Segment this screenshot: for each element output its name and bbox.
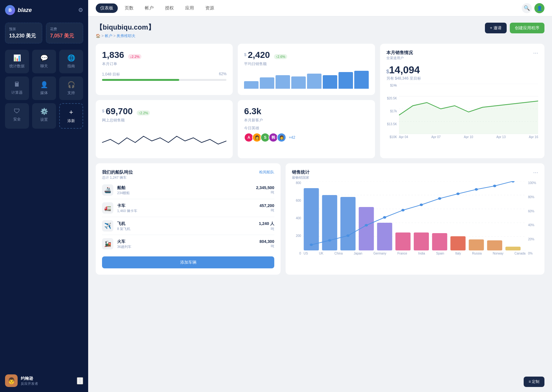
breadcrumb-account: 帐户 bbox=[105, 34, 112, 38]
new-customers-label: 本月新客户 bbox=[244, 118, 368, 123]
sales-chart-area: US UK China Japan Germany France India S… bbox=[303, 181, 526, 255]
svg-point-33 bbox=[475, 188, 478, 191]
sidebar-item-settings[interactable]: ⚙️ 设置 bbox=[32, 103, 56, 129]
monthly-chart-area: Apr 04 Apr 07 Apr 10 Apr 13 Apr 16 bbox=[399, 84, 538, 139]
customize-button[interactable]: ≡ 定制 bbox=[524, 377, 544, 387]
stats-icon: 📊 bbox=[13, 54, 21, 62]
monthly-sales-subtitle: 全渠道用户 bbox=[386, 56, 413, 60]
sidebar-item-add[interactable]: + 添新 bbox=[59, 103, 83, 129]
sidebar-item-media[interactable]: 👤 媒体 bbox=[32, 76, 56, 100]
breadcrumb: 🏠 > 帐户 > 奥弗维耶夫 bbox=[96, 33, 155, 39]
hero-avatars: A 👩 S 韩 👩 +42 bbox=[244, 133, 368, 142]
svg-point-35 bbox=[511, 181, 515, 182]
sales-y-axis-right: 100% 80% 60% 40% 20% 0% bbox=[526, 181, 538, 255]
svg-rect-17 bbox=[396, 232, 411, 250]
fleet-info-ship: 船舶 234艘船 bbox=[117, 185, 252, 195]
svg-point-34 bbox=[493, 185, 496, 187]
plane-unit: 吨 bbox=[259, 227, 274, 231]
sales-more-button[interactable]: ⋯ bbox=[533, 170, 538, 176]
new-customers-value: 6.3k bbox=[244, 106, 261, 116]
fleet-info-truck: 卡车 1,460 辆卡车 bbox=[117, 203, 256, 213]
svg-rect-23 bbox=[505, 247, 521, 250]
dashboard-grid: 1,836 ↓2.2% 本月订单 1,048 目标 62% $ bbox=[96, 44, 544, 158]
monthly-chart-svg bbox=[399, 84, 538, 134]
bar-7 bbox=[339, 72, 353, 89]
fleet-title: 我们的船队吨位 bbox=[102, 170, 133, 175]
media-label: 媒体 bbox=[40, 90, 48, 96]
daily-sales-stat: $ 2,420 ↑2.6% bbox=[244, 50, 368, 60]
total-currency-symbol: $ bbox=[102, 109, 104, 113]
tab-dashboard[interactable]: 仪表板 bbox=[96, 3, 118, 13]
support-icon: 🎧 bbox=[67, 81, 75, 88]
user-menu-button[interactable]: ⋮ bbox=[77, 377, 83, 384]
tab-apps[interactable]: 应用 bbox=[181, 3, 198, 13]
svg-rect-21 bbox=[469, 239, 484, 250]
fleet-card: 我们的船队吨位 总计 1,247 辆车 检阅船队 🚢 船舶 234艘船 2,34… bbox=[96, 163, 281, 275]
sidebar-item-chat[interactable]: 💬 聊天 bbox=[32, 50, 56, 73]
sidebar-item-stats[interactable]: 📊 统计数据 bbox=[5, 50, 29, 73]
ship-sub: 234艘船 bbox=[117, 191, 252, 195]
tab-auth[interactable]: 授权 bbox=[161, 3, 178, 13]
monthly-y-axis: $24k $20.5K $17k $13.5K $10K bbox=[386, 84, 399, 139]
ship-value-section: 2,345,500 吨 bbox=[256, 185, 274, 195]
sidebar-header: B blaze ⚙ bbox=[5, 5, 83, 15]
chat-icon: 💬 bbox=[40, 54, 48, 62]
currency-symbol: $ bbox=[244, 52, 246, 57]
ship-value: 2,345,500 bbox=[256, 185, 274, 190]
fleet-item-train: 🚂 火车 36趟列车 804,300 吨 bbox=[102, 235, 274, 253]
bottom-grid: 我们的船队吨位 总计 1,247 辆车 检阅船队 🚢 船舶 234艘船 2,34… bbox=[96, 163, 544, 275]
tab-pages[interactable]: 页数 bbox=[120, 3, 138, 13]
search-icon[interactable]: 🔍 bbox=[522, 3, 532, 13]
view-fleet-link[interactable]: 检阅船队 bbox=[259, 170, 274, 175]
fleet-item-plane: ✈️ 飞机 8 架飞机 1,240 人 吨 bbox=[102, 217, 274, 235]
security-icon: 🛡 bbox=[14, 108, 20, 115]
daily-sales-label: 平均日销售额 bbox=[244, 61, 368, 67]
train-name: 火车 bbox=[117, 239, 256, 244]
plane-name: 飞机 bbox=[117, 221, 255, 227]
train-icon: 🚂 bbox=[102, 238, 113, 249]
expense-card: 花费 7,057 美元 bbox=[46, 23, 83, 43]
add-vehicle-button[interactable]: 添加车辆 bbox=[102, 256, 274, 268]
tab-resources[interactable]: 资源 bbox=[201, 3, 219, 13]
chat-label: 聊天 bbox=[40, 64, 48, 69]
add-icon: + bbox=[69, 108, 73, 116]
hero-avatar-5: 👩 bbox=[277, 133, 286, 142]
svg-point-31 bbox=[438, 197, 441, 200]
fleet-subtitle: 总计 1,247 辆车 bbox=[102, 175, 133, 180]
user-avatar-icon[interactable]: 👤 bbox=[534, 3, 544, 13]
sidebar-settings-icon[interactable]: ⚙ bbox=[78, 7, 83, 14]
norway-label: Norway bbox=[493, 252, 504, 255]
sidebar-item-guide[interactable]: 🌐 指南 bbox=[59, 50, 83, 73]
monthly-sales-title: 本月销售情况 bbox=[386, 50, 413, 56]
new-customers-stat: 6.3k bbox=[244, 106, 368, 116]
sales-chart-subtitle: 最畅销国家 bbox=[292, 175, 310, 180]
security-label: 安全 bbox=[13, 117, 21, 122]
plane-value: 1,240 人 bbox=[259, 221, 274, 227]
hero-label: 今日英雄 bbox=[244, 126, 368, 131]
page-title-section: 【biqubiqu.com】 🏠 > 帐户 > 奥弗维耶夫 bbox=[96, 23, 155, 39]
expense-label: 花费 bbox=[50, 27, 79, 31]
create-app-button[interactable]: 创建应用程序 bbox=[510, 23, 544, 33]
svg-rect-13 bbox=[322, 195, 337, 250]
tab-accounts[interactable]: 帐户 bbox=[140, 3, 158, 13]
sidebar-item-support[interactable]: 🎧 支持 bbox=[59, 76, 83, 100]
daily-sales-card: $ 2,420 ↑2.6% 平均日销售额 bbox=[238, 44, 375, 95]
monthly-currency: $ bbox=[386, 69, 389, 74]
orders-label: 本月订单 bbox=[102, 61, 226, 67]
svg-point-24 bbox=[310, 244, 313, 246]
invite-button[interactable]: + 邀请 bbox=[485, 23, 507, 33]
truck-sub: 1,460 辆卡车 bbox=[117, 209, 256, 213]
sales-stats-card: 销售统计 最畅销国家 ⋯ 800 600 400 200 0 bbox=[286, 163, 544, 275]
monthly-more-button[interactable]: ⋯ bbox=[533, 50, 538, 56]
svg-rect-14 bbox=[340, 197, 356, 250]
svg-point-30 bbox=[420, 204, 423, 206]
progress-bar-fill bbox=[102, 79, 179, 81]
fleet-info-train: 火车 36趟列车 bbox=[117, 239, 256, 249]
daily-sales-value: 2,420 bbox=[248, 50, 270, 60]
calculator-label: 计算器 bbox=[11, 90, 23, 95]
progress-pct: 62% bbox=[219, 72, 226, 77]
fleet-info-plane: 飞机 8 架飞机 bbox=[117, 221, 255, 231]
expense-value: 7,057 美元 bbox=[50, 33, 79, 39]
sidebar-item-security[interactable]: 🛡 安全 bbox=[5, 103, 29, 129]
sidebar-item-calculator[interactable]: 🖩 计算器 bbox=[5, 76, 29, 100]
